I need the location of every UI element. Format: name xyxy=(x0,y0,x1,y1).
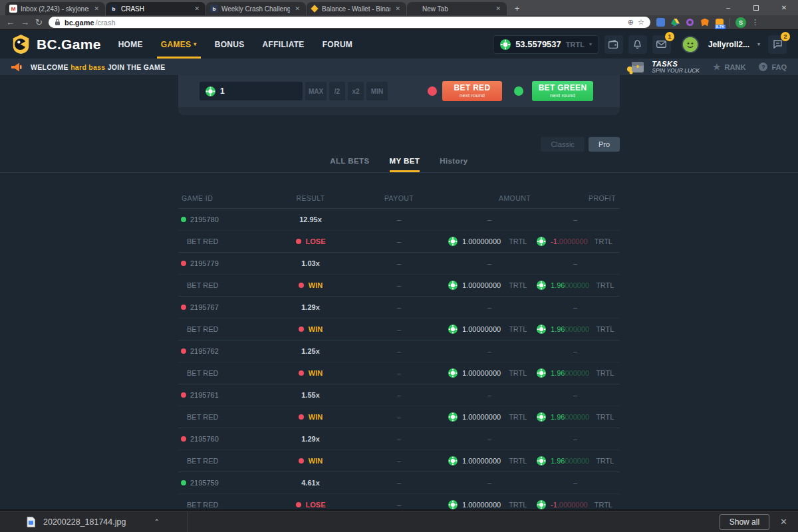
bookmark-star-icon[interactable]: ☆ xyxy=(638,19,644,26)
browser-profile-avatar[interactable]: S xyxy=(735,17,746,28)
browser-tab[interactable]: New Tab ✕ xyxy=(407,2,507,15)
tab-all-bets[interactable]: ALL BETS xyxy=(330,157,369,172)
purple-ring-extension-icon[interactable] xyxy=(686,18,695,27)
bet-type-label: BET RED xyxy=(178,413,218,421)
max-button[interactable]: MAX xyxy=(305,82,327,100)
game-row[interactable]: 2195760 1.29x – – – xyxy=(178,428,620,450)
tab-history[interactable]: History xyxy=(440,157,467,172)
profit-currency: TRTL xyxy=(596,281,614,289)
extensions-area: 8.7K S ⋮ xyxy=(656,17,759,28)
address-bar[interactable]: bc.game/crash ⊕ ☆ xyxy=(49,17,650,28)
half-button[interactable]: /2 xyxy=(329,82,345,100)
bet-outcome: LOSE xyxy=(306,237,326,245)
classic-toggle-button[interactable]: Classic xyxy=(541,137,584,152)
header-result: RESULT xyxy=(271,194,350,202)
bet-green-button[interactable]: BET GREEN next round xyxy=(532,81,593,101)
tab-close-icon[interactable]: ✕ xyxy=(92,5,101,13)
window-close-button[interactable]: ✕ xyxy=(770,0,798,15)
browser-tab[interactable]: b Weekly Crash Challenge - Red Re ✕ xyxy=(206,2,306,15)
wallet-button[interactable] xyxy=(604,35,623,54)
show-all-button[interactable]: Show all xyxy=(720,514,769,530)
bcgame-logo-icon[interactable] xyxy=(11,34,31,55)
download-item[interactable]: 20200228_181744.jpg ⌃ xyxy=(0,517,160,527)
browser-tab[interactable]: b CRASH ✕ xyxy=(106,2,205,15)
game-row[interactable]: 2195767 1.29x – – – xyxy=(178,297,620,319)
metamask-fox-icon[interactable] xyxy=(700,18,710,27)
game-row[interactable]: 2195762 1.25x – – – xyxy=(178,340,620,362)
username-label[interactable]: Jellyroll2... xyxy=(708,40,749,49)
mail-button[interactable]: 1 xyxy=(652,35,671,54)
profit-value: 1.96 xyxy=(551,325,565,333)
trtl-coin-icon xyxy=(448,368,458,378)
bet-dot-icon xyxy=(299,370,304,376)
bet-outcome: WIN xyxy=(309,457,323,465)
result-multiplier: 1.25x xyxy=(301,347,320,355)
tab-close-icon[interactable]: ✕ xyxy=(493,5,503,13)
megaphone-icon xyxy=(11,63,23,72)
game-id: 2195760 xyxy=(190,435,219,443)
game-row[interactable]: 2195780 12.95x – – – xyxy=(178,209,620,231)
browser-tab[interactable]: Balance - Wallet - Binance ✕ xyxy=(307,2,406,15)
bet-outcome: WIN xyxy=(309,281,323,289)
amount-currency: TRTL xyxy=(509,413,527,421)
nav-games[interactable]: GAMES▾ xyxy=(161,30,197,59)
profit-trailing-zeros: 000000 xyxy=(565,281,589,289)
payout-dash: – xyxy=(397,457,401,465)
chat-button[interactable]: 2 xyxy=(768,35,787,54)
game-row[interactable]: 2195779 1.03x – – – xyxy=(178,253,620,275)
chevron-up-icon[interactable]: ⌃ xyxy=(154,518,159,525)
tasks-subtitle: SPIN YOUR LUCK xyxy=(652,68,700,74)
bet-amount-value: 1 xyxy=(220,86,225,96)
notifications-button[interactable] xyxy=(628,35,647,54)
download-bar-close-icon[interactable]: ✕ xyxy=(780,517,787,527)
faq-link[interactable]: ? FAQ xyxy=(759,63,787,71)
maximize-button[interactable] xyxy=(742,0,770,15)
profit-value: 1.96 xyxy=(551,457,565,465)
badged-extension-icon[interactable]: 8.7K xyxy=(715,18,724,27)
trtl-coin-icon xyxy=(537,237,546,246)
page-action-icon[interactable]: ⊕ xyxy=(628,19,634,26)
pro-toggle-button[interactable]: Pro xyxy=(589,137,620,152)
browser-toolbar: ← → ↻ bc.game/crash ⊕ ☆ xyxy=(0,15,798,30)
min-button[interactable]: MIN xyxy=(366,82,388,100)
payout-dash: – xyxy=(397,237,401,245)
minimize-button[interactable]: – xyxy=(714,0,742,15)
nav-home[interactable]: HOME xyxy=(118,30,143,59)
tab-close-icon[interactable]: ✕ xyxy=(393,5,402,13)
bet-dot-icon xyxy=(299,327,304,332)
reload-icon[interactable]: ↻ xyxy=(35,18,43,27)
balance-selector[interactable]: 53.5579537 TRTL ▾ xyxy=(493,35,599,54)
nav-bonus[interactable]: BONUS xyxy=(215,30,245,59)
bet-red-button[interactable]: BET RED next round xyxy=(442,81,502,101)
back-icon[interactable]: ← xyxy=(6,18,15,27)
tasks-link[interactable]: TASKS SPIN YOUR LUCK xyxy=(626,60,700,74)
browser-tab[interactable]: M Inbox (2,243) - skyjones84@gma ✕ xyxy=(5,2,105,15)
new-tab-button[interactable]: + xyxy=(511,3,523,14)
profit-trailing-zeros: 000000 xyxy=(565,369,589,377)
blue-extension-icon[interactable] xyxy=(656,18,666,27)
profit-trailing-zeros: 0000000 xyxy=(559,237,588,245)
bet-amount-input[interactable]: 1 xyxy=(200,82,303,100)
nav-forum[interactable]: FORUM xyxy=(323,30,353,59)
bet-row: BET RED WIN – 1.00000000 TRTL 1.96000000… xyxy=(178,319,620,340)
brand-title[interactable]: BC.Game xyxy=(37,37,101,53)
tab-favicon xyxy=(411,5,419,13)
tab-close-icon[interactable]: ✕ xyxy=(293,5,302,13)
tab-my-bet[interactable]: MY BET xyxy=(390,157,420,172)
trtl-coin-icon xyxy=(537,368,546,378)
drive-extension-icon[interactable] xyxy=(671,18,680,27)
game-row[interactable]: 2195761 1.55x – – – xyxy=(178,384,620,406)
rank-link[interactable]: ★ RANK xyxy=(713,62,745,72)
welcome-banner: WELCOME hard bass JOIN THE GAME TASKS SP… xyxy=(0,59,798,75)
browser-menu-icon[interactable]: ⋮ xyxy=(751,18,759,27)
green-dot-icon xyxy=(514,86,523,96)
game-row[interactable]: 2195759 4.61x – – – xyxy=(178,472,620,494)
user-caret-icon: ▾ xyxy=(757,41,760,47)
double-button[interactable]: x2 xyxy=(348,82,364,100)
forward-icon[interactable]: → xyxy=(21,18,29,27)
game-id: 2195779 xyxy=(190,259,219,267)
user-avatar[interactable] xyxy=(682,36,699,53)
bet-outcome: WIN xyxy=(309,413,323,421)
nav-affiliate[interactable]: AFFILIATE xyxy=(263,30,305,59)
tab-close-icon[interactable]: ✕ xyxy=(192,5,201,13)
